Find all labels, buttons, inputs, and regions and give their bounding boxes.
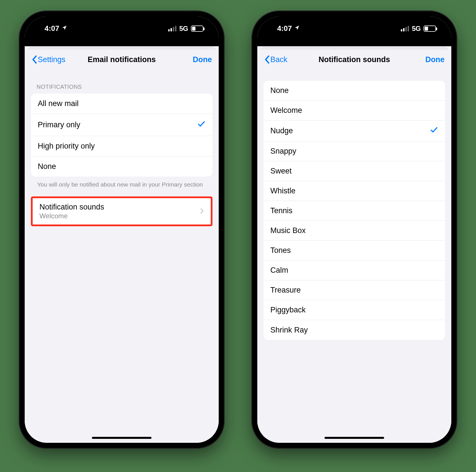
back-button[interactable]: Back bbox=[264, 55, 287, 64]
location-icon bbox=[294, 25, 300, 32]
home-indicator[interactable] bbox=[325, 437, 384, 439]
sound-option-none[interactable]: None bbox=[264, 81, 445, 101]
option-label: High priority only bbox=[38, 142, 95, 151]
row-value: Welcome bbox=[39, 212, 104, 220]
cellular-signal-icon bbox=[401, 26, 409, 31]
chevron-right-icon bbox=[200, 208, 204, 215]
cellular-signal-icon bbox=[168, 26, 176, 31]
option-label: Tennis bbox=[270, 206, 292, 215]
sound-option-whistle[interactable]: Whistle bbox=[264, 181, 445, 201]
option-all-new-mail[interactable]: All new mail bbox=[31, 94, 212, 114]
sound-option-snappy[interactable]: Snappy bbox=[264, 141, 445, 161]
status-time: 4:07 bbox=[277, 24, 292, 33]
section-footer: You will only be notified about new mail… bbox=[31, 177, 212, 189]
option-primary-only[interactable]: Primary only bbox=[31, 114, 212, 136]
option-label: Calm bbox=[270, 266, 288, 275]
sounds-list-group: None Welcome Nudge Snappy Sweet Whistle … bbox=[264, 81, 445, 340]
sound-option-welcome[interactable]: Welcome bbox=[264, 101, 445, 120]
option-label: Music Box bbox=[270, 226, 306, 235]
back-label: Back bbox=[270, 55, 287, 64]
notification-options-group: All new mail Primary only High priority … bbox=[31, 94, 212, 177]
option-none[interactable]: None bbox=[31, 156, 212, 177]
checkmark-icon bbox=[197, 120, 206, 130]
sound-option-piggyback[interactable]: Piggyback bbox=[264, 300, 445, 320]
sound-option-shrink-ray[interactable]: Shrink Ray bbox=[264, 320, 445, 340]
checkmark-icon bbox=[430, 126, 438, 136]
battery-icon bbox=[424, 26, 436, 32]
option-label: None bbox=[270, 86, 289, 95]
sound-option-music-box[interactable]: Music Box bbox=[264, 221, 445, 241]
option-label: Tones bbox=[270, 246, 291, 255]
section-header-notifications: NOTIFICATIONS bbox=[31, 69, 212, 94]
option-label: Shrink Ray bbox=[270, 326, 308, 335]
sound-option-tennis[interactable]: Tennis bbox=[264, 201, 445, 221]
network-label: 5G bbox=[412, 25, 421, 33]
option-label: Nudge bbox=[270, 126, 293, 135]
phone-left: 4:07 5G Settings Email not bbox=[20, 11, 224, 448]
done-button[interactable]: Done bbox=[193, 55, 212, 64]
option-label: Whistle bbox=[270, 187, 296, 195]
phone-right: 4:07 5G Back Notification bbox=[252, 11, 456, 448]
chevron-left-icon bbox=[31, 55, 37, 64]
option-label: All new mail bbox=[38, 99, 79, 108]
option-label: Sweet bbox=[270, 167, 292, 175]
notification-sounds-row[interactable]: Notification sounds Welcome bbox=[33, 198, 211, 225]
nav-bar: Back Notification sounds Done bbox=[257, 50, 451, 69]
back-button[interactable]: Settings bbox=[31, 55, 66, 64]
option-label: Primary only bbox=[38, 120, 80, 129]
option-label: None bbox=[38, 162, 56, 171]
home-indicator[interactable] bbox=[92, 437, 151, 439]
network-label: 5G bbox=[179, 25, 188, 33]
sound-option-tones[interactable]: Tones bbox=[264, 241, 445, 261]
battery-icon bbox=[191, 26, 203, 32]
option-label: Welcome bbox=[270, 106, 302, 115]
option-label: Snappy bbox=[270, 147, 296, 156]
option-high-priority-only[interactable]: High priority only bbox=[31, 136, 212, 156]
sound-option-treasure[interactable]: Treasure bbox=[264, 280, 445, 300]
highlight-box: Notification sounds Welcome bbox=[31, 196, 212, 226]
dynamic-island bbox=[327, 20, 381, 35]
status-time: 4:07 bbox=[45, 24, 59, 33]
chevron-left-icon bbox=[264, 55, 270, 64]
nav-bar: Settings Email notifications Done bbox=[25, 50, 219, 69]
option-label: Piggyback bbox=[270, 306, 306, 314]
dynamic-island bbox=[95, 20, 149, 35]
row-title: Notification sounds bbox=[39, 203, 104, 211]
sound-option-sweet[interactable]: Sweet bbox=[264, 161, 445, 181]
sound-option-calm[interactable]: Calm bbox=[264, 261, 445, 280]
sound-option-nudge[interactable]: Nudge bbox=[264, 120, 445, 141]
option-label: Treasure bbox=[270, 286, 301, 295]
location-icon bbox=[62, 25, 67, 32]
done-button[interactable]: Done bbox=[426, 55, 445, 64]
back-label: Settings bbox=[38, 55, 66, 64]
